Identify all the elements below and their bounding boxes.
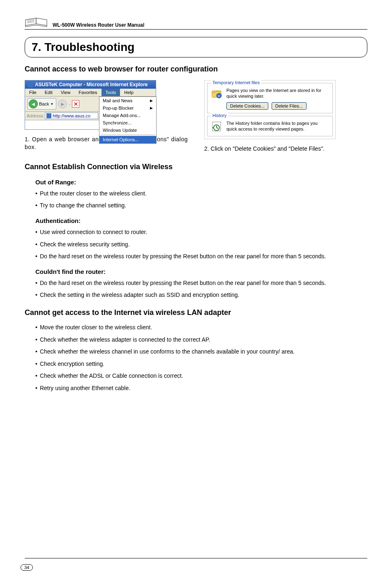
dd-manage-addons[interactable]: Manage Add-ons... <box>99 112 156 119</box>
menu-favorites[interactable]: Favorites <box>74 89 101 96</box>
back-button[interactable]: ◄ Back ▼ <box>28 98 56 110</box>
ie-menubar: File Edit View Favorites Tools Help <box>25 89 156 96</box>
tools-dropdown: Mail and News▶ Pop-up Blocker▶ Manage Ad… <box>99 96 157 144</box>
manual-title: WL-500W Wireless Router User Manual <box>53 22 144 28</box>
ie-toolbar: ◄ Back ▼ ► - ✕ <box>25 96 100 112</box>
sub-couldnt-find: Couldn't find the router: <box>35 268 367 275</box>
chapter-box: 7. Troubleshooting <box>25 37 367 57</box>
list-item: Check encryption setting. <box>35 360 367 368</box>
list-item: Put the router closer to the wireless cl… <box>35 190 367 198</box>
list-item: Check whether the ADSL or Cable connecti… <box>35 372 367 380</box>
list-item: Do the hard reset on the wireless router… <box>35 279 367 287</box>
sub-out-of-range: Out of Range: <box>35 179 367 186</box>
ie-titlebar: ASUSTeK Computer - Microsoft Internet Ex… <box>25 80 156 89</box>
forward-button[interactable]: ► <box>58 99 67 108</box>
ie-page-icon <box>46 113 51 118</box>
svg-text:e: e <box>218 94 220 98</box>
list-item: Retry using another Ethernet cable. <box>35 384 367 393</box>
footer-rule <box>25 558 367 558</box>
history-title: History <box>211 113 228 118</box>
page-number: 34 <box>21 564 33 571</box>
history-text: The History folder contains links to pag… <box>226 120 329 132</box>
list-item: Do the hard reset on the wireless router… <box>35 253 367 261</box>
bullets-out-of-range: Put the router closer to the wireless cl… <box>35 190 367 210</box>
caption-2: 2. Click on "Delete Cookies" and "Delete… <box>204 145 367 153</box>
dd-internet-options[interactable]: Internet Options... <box>99 136 156 143</box>
menu-view[interactable]: View <box>57 89 75 96</box>
ie-app-icon <box>28 82 33 87</box>
menu-file[interactable]: File <box>25 89 41 96</box>
bullets-couldnt-find: Do the hard reset on the wireless router… <box>35 279 367 299</box>
page-header: WL-500W Wireless Router User Manual <box>25 16 367 30</box>
address-field[interactable]: http://www.asus.co <box>45 113 98 119</box>
menu-help[interactable]: Help <box>120 89 138 96</box>
list-item: Check whether the wireless adapter is co… <box>35 336 367 344</box>
ie-window: ASUSTeK Computer - Microsoft Internet Ex… <box>25 80 156 130</box>
address-label: Address <box>27 113 43 118</box>
history-group: History The History folder contains link… <box>207 116 333 136</box>
dropdown-arrow-icon: ▼ <box>50 102 53 106</box>
submenu-arrow-icon: ▶ <box>150 99 153 103</box>
chapter-title: 7. Troubleshooting <box>32 41 360 54</box>
back-label: Back <box>39 101 49 106</box>
menu-edit[interactable]: Edit <box>41 89 57 96</box>
delete-files-button[interactable]: Delete Files... <box>272 102 307 110</box>
list-item: Move the router closer to the wireless c… <box>35 324 367 332</box>
dd-mail-news[interactable]: Mail and News▶ <box>99 97 156 104</box>
list-item: Check the setting in the wireless adapte… <box>35 291 367 299</box>
dd-synchronize[interactable]: Synchronize... <box>99 119 156 126</box>
book-icon <box>25 16 48 28</box>
temp-files-group: Temporary Internet files e Pages you vie… <box>207 83 333 113</box>
delete-cookies-button[interactable]: Delete Cookies... <box>226 102 268 110</box>
list-item: Use wired connection to connect to route… <box>35 228 367 237</box>
dd-windows-update[interactable]: Windows Update <box>99 126 156 134</box>
separator: - <box>69 101 70 106</box>
temp-files-text: Pages you view on the Internet are store… <box>226 87 329 99</box>
section1-title: Cannot access to web browser for router … <box>25 65 367 74</box>
internet-options-panel: Temporary Internet files e Pages you vie… <box>204 80 336 139</box>
list-item: Check the wireless security setting. <box>35 241 367 249</box>
section3-title: Cannot get access to the Internet via wi… <box>25 308 367 317</box>
section2-title: Cannot Establish Connection via Wireless <box>25 163 367 171</box>
list-item: Check whether the wireless channel in us… <box>35 348 367 356</box>
back-arrow-icon: ◄ <box>29 99 38 108</box>
menu-tools[interactable]: Tools <box>101 89 120 96</box>
list-item: Try to change the channel setting. <box>35 202 367 210</box>
dd-popup-blocker[interactable]: Pop-up Blocker▶ <box>99 104 156 112</box>
sub-authentication: Authentication: <box>35 217 367 224</box>
temp-files-icon: e <box>211 87 223 100</box>
address-value: http://www.asus.co <box>53 113 90 118</box>
submenu-arrow-icon: ▶ <box>150 106 153 110</box>
temp-files-title: Temporary Internet files <box>211 80 261 85</box>
bullets-authentication: Use wired connection to connect to route… <box>35 228 367 261</box>
dropdown-separator <box>101 135 155 135</box>
ie-window-title: ASUSTeK Computer - Microsoft Internet Ex… <box>35 82 148 87</box>
stop-button[interactable]: ✕ <box>72 100 79 108</box>
bullets-internet-access: Move the router closer to the wireless c… <box>35 324 367 393</box>
history-icon <box>211 120 223 133</box>
address-bar: Address http://www.asus.co <box>25 112 100 120</box>
